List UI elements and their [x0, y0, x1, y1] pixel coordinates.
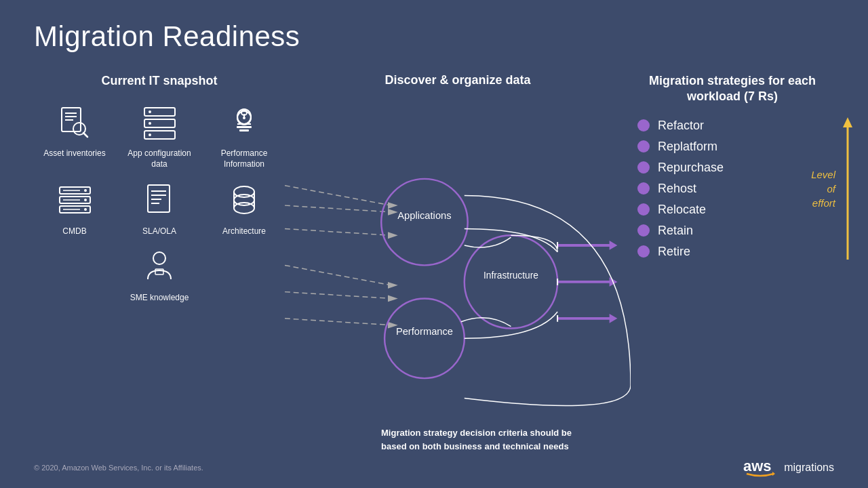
strategy-retire: Retire [637, 245, 834, 259]
refactor-label: Refactor [658, 119, 704, 133]
strategy-rehost: Rehost [637, 182, 834, 196]
left-section-title: Current IT snapshot [34, 73, 285, 89]
svg-point-14 [243, 117, 245, 119]
svg-point-25 [84, 208, 87, 211]
slide: Migration Readiness Current IT snapshot [0, 0, 868, 488]
svg-point-36 [234, 203, 254, 214]
strategy-retain: Retain [637, 224, 834, 238]
svg-line-51 [285, 319, 391, 325]
performance-info-icon [224, 102, 264, 143]
svg-text:Infrastructure: Infrastructure [484, 270, 538, 281]
svg-point-39 [153, 252, 165, 264]
asset-inventories-label: Asset inventories [43, 148, 105, 159]
relocate-label: Relocate [658, 203, 706, 217]
svg-marker-46 [388, 232, 398, 239]
relocate-dot [637, 203, 650, 216]
strategy-repurchase: Repurchase [637, 161, 834, 175]
svg-point-23 [84, 189, 87, 192]
sla-icon [139, 180, 180, 221]
svg-marker-60 [610, 241, 618, 250]
svg-line-47 [285, 265, 391, 285]
rehost-label: Rehost [658, 182, 696, 196]
diagram-svg: Applications Performance Infrastructure [285, 98, 631, 460]
retire-label: Retire [658, 245, 690, 259]
replatform-label: Replatform [658, 140, 717, 154]
svg-line-49 [285, 292, 391, 299]
strategy-relocate: Relocate [637, 203, 834, 217]
svg-line-45 [285, 228, 391, 235]
svg-marker-42 [388, 202, 398, 209]
sla-label: SLA/OLA [142, 226, 176, 237]
aws-sub-brand: migrations [784, 462, 834, 474]
retain-label: Retain [658, 224, 693, 238]
strategy-refactor: Refactor [637, 119, 834, 133]
copyright-text: © 2020, Amazon Web Services, Inc. or its… [34, 464, 203, 472]
svg-line-41 [285, 186, 391, 205]
asset-icon [54, 102, 95, 143]
svg-point-53 [381, 179, 468, 266]
aws-logo: aws migrations [743, 458, 834, 478]
svg-point-9 [149, 110, 151, 113]
main-content: Current IT snapshot [34, 73, 834, 460]
svg-point-57 [465, 235, 557, 328]
svg-point-24 [84, 199, 87, 201]
item-architecture: Architecture [203, 180, 285, 237]
cmdb-label: CMDB [62, 226, 86, 237]
svg-marker-50 [388, 296, 398, 302]
app-config-label: App configuration data [119, 148, 200, 169]
svg-text:aws: aws [743, 458, 772, 474]
architecture-icon [224, 180, 264, 221]
svg-marker-71 [772, 472, 775, 476]
rehost-dot [637, 182, 650, 195]
middle-section: Discover & organize data [285, 73, 631, 460]
middle-section-title: Discover & organize data [384, 73, 530, 87]
item-performance-info: Performance Information [203, 102, 285, 169]
strategies-list: Refactor Replatform Repurchase Rehost Re… [631, 119, 834, 259]
svg-line-43 [285, 205, 391, 212]
svg-marker-48 [388, 282, 398, 289]
svg-line-5 [83, 133, 87, 137]
refactor-dot [637, 119, 650, 131]
repurchase-dot [637, 161, 650, 174]
item-sme: SME knowledge [130, 247, 189, 304]
item-asset-inventories: Asset inventories [34, 102, 115, 169]
level-of-effort-label: Levelofeffort [811, 167, 835, 210]
strategy-replatform: Replatform [637, 140, 834, 154]
footer: © 2020, Amazon Web Services, Inc. or its… [34, 458, 834, 478]
item-app-config: App configuration data [119, 102, 200, 169]
svg-marker-44 [388, 209, 398, 216]
repurchase-label: Repurchase [658, 161, 724, 175]
svg-marker-64 [610, 314, 618, 323]
architecture-label: Architecture [222, 226, 266, 237]
effort-arrow-svg [841, 114, 854, 263]
cmdb-icon [54, 180, 95, 221]
left-section: Current IT snapshot [34, 73, 285, 460]
aws-logo-svg: aws [743, 458, 777, 478]
replatform-dot [637, 140, 650, 152]
svg-marker-69 [843, 117, 852, 127]
right-section-title: Migration strategies for each workload (… [631, 73, 834, 105]
svg-text:Applications: Applications [397, 210, 451, 221]
diagram-note: Migration strategy decision criteria sho… [381, 426, 578, 453]
performance-info-label: Performance Information [203, 148, 285, 169]
svg-point-10 [149, 122, 151, 125]
right-section: Migration strategies for each workload (… [631, 73, 834, 460]
page-title: Migration Readiness [34, 20, 834, 53]
svg-point-55 [384, 298, 465, 378]
item-sla: SLA/OLA [119, 180, 200, 237]
sme-label: SME knowledge [130, 293, 189, 304]
svg-rect-16 [239, 129, 249, 131]
item-cmdb: CMDB [34, 180, 115, 237]
sme-icon [139, 247, 180, 287]
app-config-icon [139, 102, 180, 143]
svg-point-11 [149, 134, 151, 136]
retire-dot [637, 245, 650, 258]
svg-rect-15 [237, 126, 252, 128]
retain-dot [637, 224, 650, 237]
svg-text:Performance: Performance [396, 326, 453, 337]
